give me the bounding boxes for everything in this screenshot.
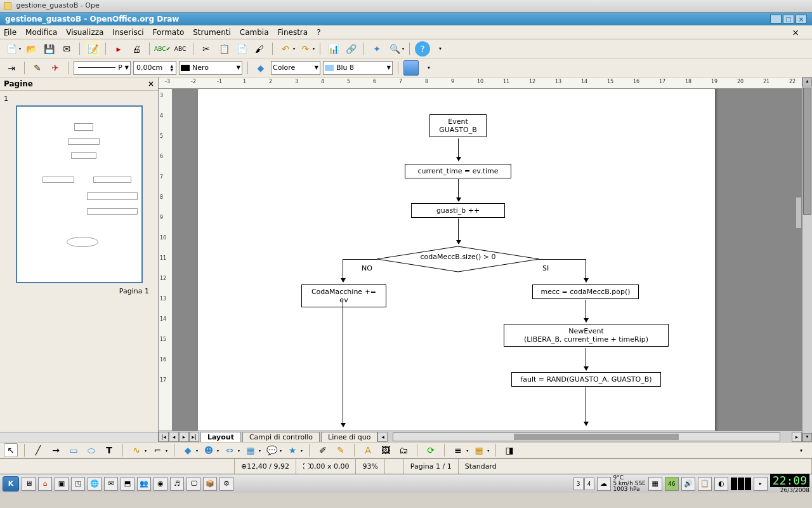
status-zoom[interactable]: 93% (356, 459, 384, 474)
pager-desk-4[interactable]: 4 (584, 478, 594, 490)
minimize-button[interactable]: _ (770, 15, 782, 23)
taskbar-app8-icon[interactable]: ⚙ (219, 477, 233, 491)
symbol-shapes-icon[interactable]: ☻ (202, 443, 216, 457)
flowchart-shapes-icon[interactable]: ▦ (244, 443, 258, 457)
from-file-icon[interactable]: 🖼 (379, 443, 393, 457)
taskbar-app4-icon[interactable]: ◉ (154, 477, 167, 491)
arrow-tool-icon[interactable]: → (49, 443, 63, 457)
side-panel-scrollbar[interactable] (0, 432, 158, 442)
menu-cambia[interactable]: Cambia (240, 28, 269, 37)
menu-strumenti[interactable]: Strumenti (193, 28, 231, 37)
redo-icon[interactable]: ↷ (298, 41, 313, 57)
flow-node-event[interactable]: Event GUASTO_B (429, 114, 487, 137)
systray-misc-icon[interactable]: ◐ (714, 477, 728, 491)
arrow-style-icon[interactable]: ⇥ (4, 60, 19, 76)
format-paint-icon[interactable]: 🖌 (252, 41, 267, 57)
flow-node-codamacchine[interactable]: CodaMacchine += ev (301, 284, 386, 307)
volume-icon[interactable]: 🔊 (681, 477, 695, 491)
new-doc-icon[interactable]: 📄 (4, 41, 19, 57)
toolbar2-overflow-icon[interactable]: ▾ (421, 60, 436, 76)
flow-decision[interactable]: codaMeccB.size() > 0 (376, 245, 540, 271)
taskbar-mail-icon[interactable]: ✉ (104, 477, 118, 491)
curve-tool-icon[interactable]: ∿ (129, 443, 143, 457)
horizontal-scrollbar[interactable] (393, 432, 780, 441)
horizontal-ruler[interactable]: -3-2-11234567891011121314151617181920212… (159, 77, 802, 89)
undo-icon[interactable]: ↶ (278, 41, 293, 57)
glue-points-icon[interactable]: ✎ (334, 443, 348, 457)
menu-formato[interactable]: Formato (153, 28, 185, 37)
edit-file-icon[interactable]: 📝 (85, 41, 100, 57)
taskbar-app1-icon[interactable]: ◳ (71, 477, 85, 491)
open-icon[interactable]: 📂 (23, 41, 39, 57)
pager-desk-3[interactable]: 3 (573, 478, 584, 490)
menu-inserisci[interactable]: Inserisci (112, 28, 143, 37)
menu-modifica[interactable]: Modifica (25, 28, 57, 37)
block-arrows-icon[interactable]: ⇔ (223, 443, 237, 457)
edit-points-icon[interactable]: ✐ (316, 443, 330, 457)
drawing-canvas[interactable]: Event GUASTO_B current_time = ev.time gu… (173, 89, 802, 431)
flow-node-guasti[interactable]: guasti_b ++ (411, 203, 505, 218)
scroll-thumb[interactable] (803, 88, 811, 215)
line-width-spinner[interactable]: 0,00cm ▲▼ (133, 61, 176, 75)
hyperlink-icon[interactable]: 🔗 (343, 41, 358, 57)
email-icon[interactable]: ✉ (59, 41, 74, 57)
area-icon[interactable]: ◆ (253, 60, 268, 76)
help-icon[interactable]: ? (415, 41, 430, 57)
basic-shapes-icon[interactable]: ◆ (181, 443, 195, 457)
taskbar-app6-icon[interactable]: 🖵 (187, 477, 200, 491)
arrange-icon[interactable]: ▦ (472, 443, 486, 457)
autospell-icon[interactable]: ABC (173, 41, 188, 57)
line-style-select[interactable]: P▼ (74, 61, 131, 75)
taskbar-clock[interactable]: 22:09 (770, 474, 809, 487)
tab-layout[interactable]: Layout (200, 432, 241, 442)
close-button[interactable]: × (796, 15, 807, 23)
ellipse-tool-icon[interactable]: ⬭ (84, 443, 98, 457)
cut-icon[interactable]: ✂ (199, 41, 214, 57)
copy-icon[interactable]: 📋 (216, 41, 232, 57)
vertical-scrollbar[interactable]: ▴ ▾ (802, 77, 812, 442)
menu-help[interactable]: ? (317, 28, 320, 37)
taskbar-browser-icon[interactable]: 🌐 (88, 477, 102, 491)
pdf-export-icon[interactable]: ▸ (111, 41, 126, 57)
taskbar-app5-icon[interactable]: ♬ (170, 477, 184, 491)
chart-icon[interactable]: 📊 (325, 41, 341, 57)
pages-panel-close-icon[interactable]: × (148, 79, 154, 88)
select-tool-icon[interactable]: ↖ (4, 443, 18, 457)
systray-app-icon[interactable]: ▦ (648, 477, 662, 491)
line-icon[interactable]: ✎ (30, 60, 45, 76)
kde-menu-button[interactable]: K (3, 476, 19, 491)
flow-node-ct[interactable]: current_time = ev.time (405, 164, 511, 178)
scroll-up-button[interactable]: ▴ (802, 77, 812, 86)
menu-file[interactable]: FFileile (4, 28, 16, 37)
save-icon[interactable]: 💾 (41, 41, 56, 57)
spellcheck-icon[interactable]: ABC✔ (155, 41, 170, 57)
shadow-icon[interactable] (403, 60, 419, 76)
line-color-select[interactable]: Nero▼ (179, 61, 242, 75)
fill-color-select[interactable]: Blu 8▼ (323, 61, 393, 75)
drawbar-overflow-icon[interactable]: ▾ (794, 443, 808, 457)
klipper-icon[interactable]: 📋 (698, 477, 712, 491)
close-document-button[interactable]: × (792, 27, 799, 37)
taskbar-terminal-icon[interactable]: ▣ (55, 477, 69, 491)
flow-node-fault[interactable]: fault = RAND(GUASTO_A, GUASTO_B) (511, 372, 661, 387)
zoom-icon[interactable]: 🔍 (387, 41, 402, 57)
print-icon[interactable]: 🖨 (129, 41, 144, 57)
taskbar-app7-icon[interactable]: 📦 (203, 477, 217, 491)
callout-shapes-icon[interactable]: 💬 (265, 443, 278, 457)
taskbar-app2-icon[interactable]: ⬒ (121, 477, 134, 491)
star-shapes-icon[interactable]: ★ (285, 443, 299, 457)
tab-campi[interactable]: Campi di controllo (242, 432, 320, 442)
taskbar-desktop-icon[interactable]: 🖥 (22, 477, 36, 491)
paste-icon[interactable]: 📄 (234, 41, 249, 57)
scroll-grip[interactable] (796, 197, 802, 229)
flow-node-newevent[interactable]: NewEvent (LIBERA_B, current_time + timeR… (504, 324, 669, 347)
taskbar-app3-icon[interactable]: 👥 (137, 477, 151, 491)
extrusion-icon[interactable]: ◨ (502, 443, 516, 457)
text-tool-icon[interactable]: T (102, 443, 116, 457)
systray-arrow-icon[interactable]: ▸ (754, 477, 768, 491)
tab-nav-prev[interactable]: ◂ (169, 432, 179, 442)
tab-nav-next[interactable]: ▸ (179, 432, 189, 442)
tab-scroll-left[interactable]: ◂ (377, 432, 388, 442)
gallery-icon[interactable]: 🗂 (396, 443, 410, 457)
flow-node-mecc[interactable]: mecc = codaMeccB.pop() (532, 284, 639, 299)
